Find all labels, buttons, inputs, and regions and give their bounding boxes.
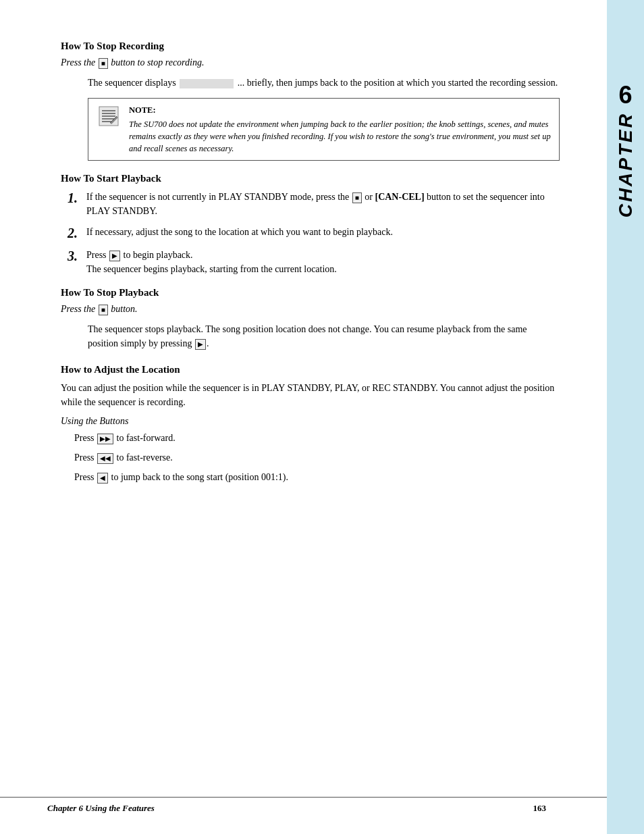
section-stop-recording: How To Stop Recording Press the ■ button…: [61, 41, 560, 161]
step-3: 3. Press ▶ to begin playback. The sequen…: [68, 248, 560, 276]
stop-btn-icon: ■: [99, 58, 108, 69]
note-box: NOTE: The SU700 does not update the envi…: [88, 98, 560, 161]
note-title: NOTE:: [129, 104, 552, 116]
section-adjust-location: How to Adjust the Location You can adjus…: [61, 364, 560, 484]
footer-chapter-info: Chapter 6 Using the Features: [47, 803, 155, 814]
play-btn-icon: ▶: [109, 251, 120, 261]
placeholder-display: [180, 79, 234, 88]
step-2: 2. If necessary, adjust the song to the …: [68, 225, 560, 241]
press-instruction-stop-recording: Press the ■ button to stop recording.: [61, 57, 560, 69]
step-1: 1. If the sequencer is not currently in …: [68, 190, 560, 218]
section-stop-playback: How To Stop Playback Press the ■ button.…: [61, 287, 560, 350]
subsection-using-buttons: Using the Buttons: [61, 416, 560, 427]
body-para-stop-recording: The sequencer displays ... briefly, then…: [88, 76, 560, 90]
step-number-2: 2.: [68, 225, 86, 241]
step-number-1: 1.: [68, 190, 86, 206]
heading-start-playback: How To Start Playback: [61, 173, 560, 184]
press-instruction-stop-playback: Press the ■ button.: [61, 304, 560, 315]
intro-para-adjust: You can adjust the position while the se…: [61, 381, 560, 409]
btn-instruction-ff: Press ▶▶ to fast-forward.: [74, 431, 560, 445]
start-btn-icon: ◀: [97, 473, 108, 484]
chapter-tab: 6 CHAPTER: [607, 81, 644, 217]
stop-btn-icon-2: ■: [352, 192, 362, 203]
note-text: The SU700 does not update the environmen…: [129, 118, 552, 155]
step-content-3: Press ▶ to begin playback. The sequencer…: [86, 248, 560, 276]
play-btn-icon-2: ▶: [195, 339, 206, 350]
note-content: NOTE: The SU700 does not update the envi…: [129, 104, 552, 155]
chapter-number: 6: [618, 81, 632, 109]
step-content-1: If the sequencer is not currently in PLA…: [86, 190, 560, 218]
chapter-text-vertical: CHAPTER: [615, 112, 637, 217]
step-number-3: 3.: [68, 248, 86, 264]
page-container: How To Stop Recording Press the ■ button…: [0, 0, 644, 834]
ff-btn-icon: ▶▶: [97, 434, 113, 444]
footer-page-number: 163: [533, 803, 547, 814]
step-3-subtext: The sequencer begins playback, starting …: [86, 264, 337, 274]
step-content-2: If necessary, adjust the song to the loc…: [86, 225, 560, 239]
stop-btn-icon-3: ■: [99, 305, 108, 315]
main-content: How To Stop Recording Press the ■ button…: [0, 0, 607, 834]
heading-adjust-location: How to Adjust the Location: [61, 364, 560, 375]
note-svg-icon: [98, 105, 119, 127]
section-start-playback: How To Start Playback 1. If the sequence…: [61, 173, 560, 276]
page-footer: Chapter 6 Using the Features 163: [0, 797, 607, 814]
heading-stop-recording: How To Stop Recording: [61, 41, 560, 52]
note-icon: [95, 104, 122, 155]
sidebar: 6 CHAPTER: [607, 0, 644, 834]
fr-btn-icon: ◀◀: [97, 453, 113, 464]
btn-instruction-fr: Press ◀◀ to fast-reverse.: [74, 450, 560, 465]
body-para-stop-playback: The sequencer stops playback. The song p…: [88, 322, 560, 350]
numbered-steps: 1. If the sequencer is not currently in …: [68, 190, 560, 276]
heading-stop-playback: How To Stop Playback: [61, 287, 560, 298]
btn-instruction-start: Press ◀ to jump back to the song start (…: [74, 470, 560, 484]
